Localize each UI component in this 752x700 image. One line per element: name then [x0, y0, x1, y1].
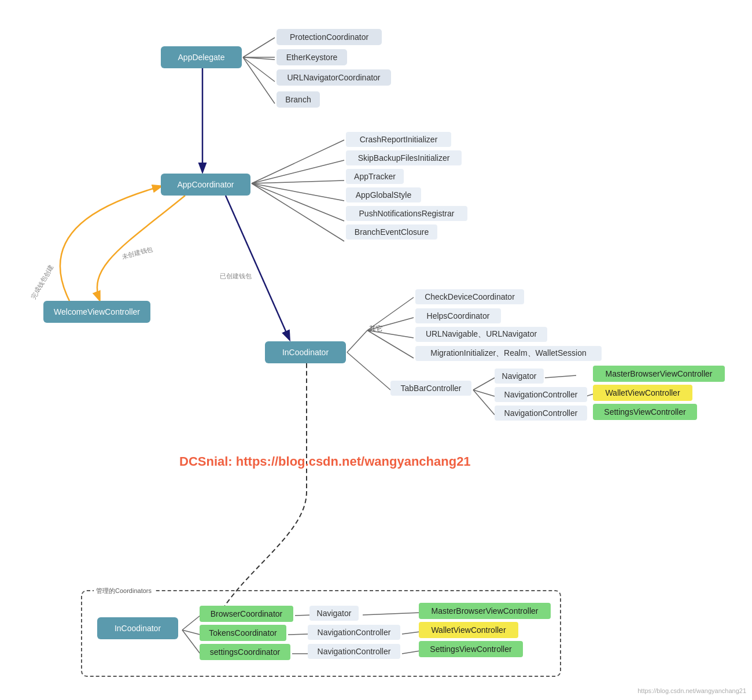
tabbar-controller-label: TabBarController [400, 384, 461, 393]
svg-line-8 [252, 180, 344, 183]
helps-coord-label: HelpsCoordinator [427, 311, 490, 320]
navigator1-label: Navigator [502, 371, 537, 381]
welcome-vc-label: WelcomeViewController [54, 307, 140, 316]
nav-ctrl3-node: NavigationController [308, 625, 400, 640]
browser-coord-label: BrowserCoordinator [211, 609, 283, 618]
svg-line-10 [252, 183, 344, 221]
svg-line-12 [226, 196, 289, 339]
navigator1-node: Navigator [495, 369, 544, 384]
url-navigable-node: URLNavigable、URLNavigator [415, 327, 547, 342]
branch-event-node: BranchEventClosure [346, 224, 437, 240]
welcome-vc-node: WelcomeViewController [43, 301, 150, 323]
nav-ctrl4-node: NavigationController [308, 644, 400, 659]
wallet-vc1-label: WalletViewController [605, 388, 680, 397]
nav-ctrl2-label: NavigationController [504, 408, 578, 418]
settings-vc2-label: SettingsViewController [430, 644, 511, 654]
in-coordinator-top-node: InCoodinator [265, 341, 346, 363]
helps-coord-node: HelpsCoordinator [415, 308, 501, 323]
svg-line-2 [243, 57, 275, 82]
migration-label: MigrationInitializer、Realm、WalletSession [430, 348, 586, 359]
master-browser2-label: MasterBrowserViewController [432, 606, 539, 616]
browser-coord-node: BrowserCoordinator [200, 606, 293, 622]
skip-backup-node: SkipBackupFilesInitializer [346, 150, 462, 165]
protection-coord-label: ProtectionCoordinator [290, 32, 368, 42]
in-coordinator-top-label: InCoodinator [282, 348, 329, 357]
wallet-vc2-node: WalletViewController [419, 622, 518, 638]
settings-vc2-node: SettingsViewController [419, 641, 523, 657]
svg-line-0 [243, 38, 275, 57]
settings-vc1-label: SettingsViewController [604, 407, 685, 417]
promo-text: DCSnial: https://blog.csdn.net/wangyanch… [179, 454, 471, 469]
check-device-label: CheckDeviceCoordinator [425, 292, 515, 301]
ether-keystore-label: EtherKeystore [286, 53, 338, 62]
app-tracker-node: AppTracker [346, 169, 404, 184]
master-browser2-node: MasterBrowserViewController [419, 603, 551, 619]
protection-coord-node: ProtectionCoordinator [277, 29, 382, 45]
settings-coord-node: settingsCoordinator [200, 644, 290, 660]
wallet-vc2-label: WalletViewController [431, 625, 506, 635]
svg-line-6 [252, 140, 344, 183]
crash-report-node: CrashReportInitializer [346, 132, 451, 147]
branch-node: Branch [277, 91, 320, 108]
app-coordinator-node: AppCoordinator [161, 174, 250, 196]
settings-vc1-node: SettingsViewController [593, 404, 697, 420]
app-global-node: AppGlobalStyle [346, 187, 421, 202]
tokens-coord-node: TokensCoordinator [200, 625, 286, 641]
nav-ctrl1-node: NavigationController [495, 387, 587, 402]
svg-line-22 [545, 375, 576, 378]
app-delegate-node: AppDelegate [161, 46, 242, 68]
nav-ctrl3-label: NavigationController [318, 628, 391, 637]
watermark: https://blog.csdn.net/wangyanchang21 [637, 687, 746, 694]
svg-line-19 [473, 378, 495, 390]
app-tracker-label: AppTracker [354, 172, 396, 181]
tabbar-controller-node: TabBarController [390, 381, 471, 396]
svg-line-21 [473, 390, 495, 415]
qita-label: 其它 [369, 324, 383, 334]
navigator2-label: Navigator [317, 609, 352, 618]
migration-node: MigrationInitializer、Realm、WalletSession [415, 346, 602, 361]
nav-ctrl4-label: NavigationController [318, 647, 391, 656]
ether-keystore-node: EtherKeystore [277, 49, 347, 65]
svg-line-7 [252, 160, 344, 183]
wallet-vc1-node: WalletViewController [593, 385, 692, 401]
app-delegate-label: AppDelegate [178, 53, 225, 62]
url-nav-coord-label: URLNavigatorCoordinator [287, 73, 380, 82]
master-browser1-label: MasterBrowserViewController [606, 369, 713, 378]
check-device-node: CheckDeviceCoordinator [415, 289, 524, 304]
in-coordinator-bottom-label: InCoodinator [115, 624, 161, 633]
master-browser1-node: MasterBrowserViewController [593, 366, 725, 382]
push-notif-label: PushNotificationsRegistrar [359, 209, 455, 218]
nav-ctrl2-node: NavigationController [495, 406, 587, 421]
svg-line-13 [347, 330, 367, 352]
branch-event-label: BranchEventClosure [355, 227, 429, 237]
managed-label: 管理的Coordinators [94, 587, 154, 595]
branch-label: Branch [285, 95, 311, 104]
settings-coord-label: settingsCoordinator [210, 647, 280, 657]
svg-line-18 [347, 352, 390, 390]
push-notif-node: PushNotificationsRegistrar [346, 206, 467, 221]
url-navigable-label: URLNavigable、URLNavigator [426, 329, 537, 340]
crash-report-label: CrashReportInitializer [360, 135, 438, 144]
url-nav-coord-node: URLNavigatorCoordinator [277, 69, 391, 86]
tokens-coord-label: TokensCoordinator [209, 628, 277, 638]
yi-chuangjian-label: 已创建钱包 [220, 272, 252, 281]
navigator2-node: Navigator [309, 606, 359, 621]
nav-ctrl1-label: NavigationController [504, 390, 578, 399]
app-global-label: AppGlobalStyle [356, 190, 412, 200]
svg-line-3 [243, 57, 275, 104]
app-coordinator-label: AppCoordinator [177, 180, 234, 189]
skip-backup-label: SkipBackupFilesInitializer [358, 153, 450, 163]
in-coordinator-bottom-node: InCoodinator [97, 617, 178, 639]
